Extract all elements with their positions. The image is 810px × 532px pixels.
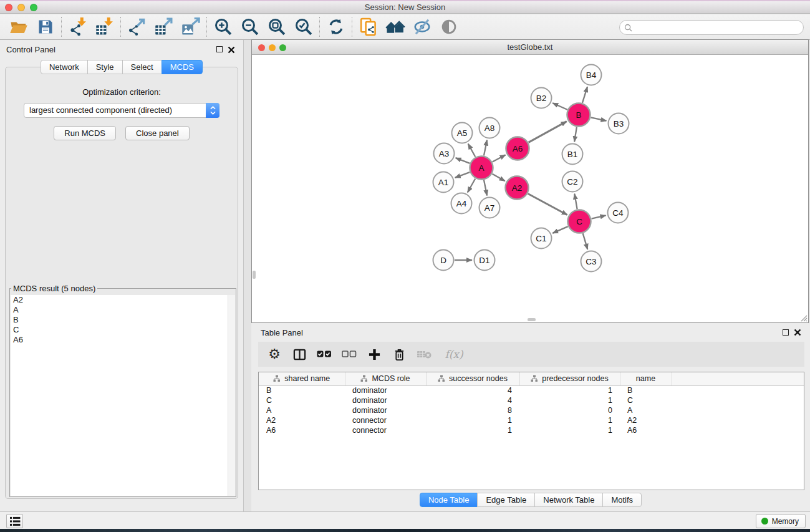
table-cell[interactable]: dominator: [345, 385, 426, 395]
graph-edge-C-C3[interactable]: [583, 233, 588, 249]
table-cell[interactable]: 1: [519, 385, 620, 395]
table-cell[interactable]: connector: [345, 415, 426, 425]
open-file-button[interactable]: [5, 16, 32, 38]
graph-node-C1[interactable]: C1: [531, 228, 552, 249]
table-cell[interactable]: A2: [259, 415, 345, 425]
search-input[interactable]: [632, 21, 803, 34]
network-minimize-button[interactable]: [269, 44, 276, 51]
graph-node-A[interactable]: A: [470, 157, 493, 180]
minimize-window-button[interactable]: [17, 4, 25, 11]
float-table-panel-icon[interactable]: [783, 329, 789, 336]
graph-edge-C-C1[interactable]: [552, 226, 567, 233]
graph-edge-A-A1[interactable]: [455, 172, 470, 178]
delete-row-button[interactable]: [392, 347, 407, 362]
run-mcds-button[interactable]: Run MCDS: [54, 126, 116, 140]
table-cell[interactable]: 1: [519, 415, 620, 425]
export-image-button[interactable]: [177, 16, 204, 38]
graph-node-A5[interactable]: A5: [452, 123, 473, 143]
network-canvas[interactable]: B4B2BB3A8A5A6A3B1AC2A1A2A4A7C4CC1C3DD1: [252, 55, 808, 322]
memory-button[interactable]: Memory: [756, 514, 806, 528]
graph-edge-B-B3[interactable]: [591, 117, 607, 120]
close-table-panel-icon[interactable]: [794, 329, 801, 336]
graph-edge-C-C2[interactable]: [574, 194, 577, 210]
graph-node-A6[interactable]: A6: [506, 137, 529, 160]
delete-table-button[interactable]: [417, 347, 432, 362]
graph-edge-A-A5[interactable]: [468, 143, 476, 157]
network-horizontal-scrollbar[interactable]: [528, 318, 536, 321]
table-cell[interactable]: 0: [519, 405, 620, 415]
network-close-button[interactable]: [258, 44, 265, 51]
table-row[interactable]: A2connector11A2: [259, 415, 804, 425]
table-cell[interactable]: 4: [426, 395, 519, 405]
table-tab-network-table[interactable]: Network Table: [534, 493, 603, 507]
graph-edge-A2-C[interactable]: [528, 194, 567, 215]
close-window-button[interactable]: [5, 4, 12, 11]
table-cell[interactable]: A: [620, 405, 672, 415]
tab-style[interactable]: Style: [87, 60, 123, 74]
table-tab-node-table[interactable]: Node Table: [420, 493, 478, 507]
table-cell[interactable]: A6: [620, 425, 672, 435]
table-tab-edge-table[interactable]: Edge Table: [477, 493, 535, 507]
zoom-fit-button[interactable]: [263, 16, 290, 38]
graph-node-C4[interactable]: C4: [608, 203, 629, 223]
graph-node-A1[interactable]: A1: [433, 172, 454, 193]
graph-edge-A-A3[interactable]: [456, 158, 470, 163]
list-item[interactable]: C: [11, 325, 235, 335]
deselect-all-button[interactable]: [342, 347, 357, 362]
column-header-MCDS-role[interactable]: MCDS role: [345, 372, 426, 385]
table-cell[interactable]: B: [259, 385, 345, 395]
graph-edge-A-A7[interactable]: [484, 180, 487, 196]
graph-edge-B-B2[interactable]: [552, 103, 567, 110]
zoom-window-button[interactable]: [30, 4, 37, 11]
criterion-dropdown[interactable]: largest connected component (directed): [24, 103, 219, 118]
list-item[interactable]: B: [11, 315, 235, 325]
graph-node-A8[interactable]: A8: [480, 118, 500, 138]
tab-network[interactable]: Network: [41, 60, 88, 74]
close-panel-button[interactable]: Close panel: [125, 126, 190, 140]
graph-node-B2[interactable]: B2: [531, 88, 552, 109]
column-header-name[interactable]: name: [620, 372, 672, 385]
zoom-in-button[interactable]: [210, 16, 236, 38]
export-network-button[interactable]: [123, 16, 150, 38]
graph-node-C2[interactable]: C2: [562, 172, 583, 192]
graph-edge-C-C4[interactable]: [592, 215, 606, 218]
save-session-button[interactable]: [32, 16, 59, 38]
table-settings-button[interactable]: ⚙: [267, 347, 282, 362]
table-row[interactable]: A6connector11A6: [259, 425, 804, 435]
split-columns-button[interactable]: [292, 347, 307, 362]
graph-node-C[interactable]: C: [568, 210, 591, 233]
graph-node-A2[interactable]: A2: [506, 177, 529, 200]
resize-grip-icon[interactable]: [800, 314, 808, 322]
table-cell[interactable]: A6: [259, 425, 345, 435]
graph-node-D[interactable]: D: [433, 250, 454, 271]
table-cell[interactable]: connector: [345, 425, 426, 435]
table-tab-motifs[interactable]: Motifs: [602, 493, 642, 507]
table-cell[interactable]: 1: [426, 425, 519, 435]
close-panel-icon[interactable]: [228, 46, 235, 54]
table-cell[interactable]: C: [620, 395, 672, 405]
refresh-button[interactable]: [322, 16, 349, 38]
table-row[interactable]: Cdominator41C: [259, 395, 804, 405]
list-item[interactable]: A: [11, 305, 235, 315]
graph-edge-A-A8[interactable]: [484, 140, 487, 156]
table-cell[interactable]: A: [259, 405, 345, 415]
add-row-button[interactable]: [367, 347, 382, 362]
network-vertical-scrollbar[interactable]: [253, 271, 256, 279]
graph-node-B4[interactable]: B4: [581, 65, 602, 85]
graph-node-A3[interactable]: A3: [434, 143, 455, 164]
column-header-predecessor-nodes[interactable]: predecessor nodes: [519, 372, 620, 385]
hide-graphics-details-button[interactable]: [408, 16, 435, 38]
graph-node-B3[interactable]: B3: [609, 114, 629, 134]
graph-edge-A6-B[interactable]: [529, 122, 567, 143]
table-cell[interactable]: 1: [426, 415, 519, 425]
scrollbar-track[interactable]: [228, 295, 235, 496]
network-window-titlebar[interactable]: testGlobe.txt: [252, 40, 808, 55]
network-zoom-button[interactable]: [279, 44, 286, 51]
list-item[interactable]: A2: [11, 295, 235, 305]
graph-node-C3[interactable]: C3: [581, 251, 602, 272]
graph-edge-A-A4[interactable]: [468, 178, 475, 192]
graph-edge-B-B4[interactable]: [582, 87, 587, 103]
graph-node-D1[interactable]: D1: [475, 250, 495, 271]
graph-node-A7[interactable]: A7: [480, 198, 500, 218]
graph-node-B1[interactable]: B1: [562, 144, 583, 165]
